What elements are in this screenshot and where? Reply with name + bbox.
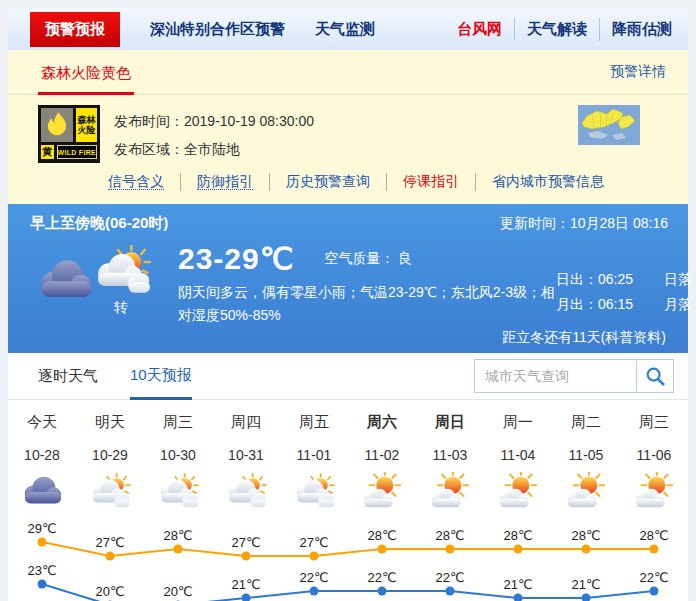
forecast-days-row: 今天 10-28 明天 10-29 周三 10-30 周四 10-31 周五: [8, 400, 688, 514]
svg-text:21℃: 21℃: [571, 577, 600, 592]
day-weather-icon: [427, 472, 473, 510]
day-column: 周五 11-01: [280, 413, 348, 514]
search-button[interactable]: [636, 359, 674, 393]
svg-text:27℃: 27℃: [95, 535, 124, 550]
panel-body: 转 23-29℃ 空气质量： 良 阴天间多云，偶有零星小雨；气温23-29℃；东…: [30, 241, 668, 327]
warning-body: 森林 火险 黄 WILD FIRE 发布时间：2019-10-19 08:30:…: [8, 95, 688, 163]
warning-info: 发布时间：2019-10-19 08:30:00 发布区域：全市陆地: [114, 105, 314, 163]
svg-text:21℃: 21℃: [503, 577, 532, 592]
nav-link-typhoon[interactable]: 台风网: [445, 18, 514, 41]
air-quality: 空气质量： 良: [324, 250, 412, 268]
svg-text:28℃: 28℃: [435, 528, 464, 543]
day-column: 周二 11-05: [552, 413, 620, 514]
day-weather-icon: [19, 472, 65, 510]
publish-area-value: 全市陆地: [184, 141, 240, 157]
svg-text:28℃: 28℃: [163, 528, 192, 543]
weather-page: 预警预报 深汕特别合作区预警 天气监测 台风网 天气解读 降雨估测 森林火险黄色…: [8, 8, 688, 601]
publish-area-row: 发布区域：全市陆地: [114, 135, 314, 163]
warning-links-row: 信号含义 防御指引 历史预警查询 停课指引 省内城市预警信息: [8, 163, 688, 204]
day-weather-icon: [495, 472, 541, 510]
day-column: 明天 10-29: [76, 413, 144, 514]
svg-text:28℃: 28℃: [503, 528, 532, 543]
nav-link-weather-explain[interactable]: 天气解读: [514, 18, 599, 41]
svg-text:20℃: 20℃: [95, 584, 124, 599]
temperature-range: 23-29℃: [178, 241, 294, 276]
moonset: 月落：18:10: [664, 296, 696, 314]
top-nav: 预警预报 深汕特别合作区预警 天气监测 台风网 天气解读 降雨估测: [8, 8, 688, 50]
flame-icon: [41, 108, 73, 142]
forecast-period-label: 早上至傍晚(06-20时): [30, 214, 168, 233]
link-province-warnings[interactable]: 省内城市预警信息: [475, 173, 620, 191]
svg-text:27℃: 27℃: [299, 535, 328, 550]
nav-tab-warning-forecast[interactable]: 预警预报: [30, 12, 120, 47]
link-defense-guide[interactable]: 防御指引: [180, 173, 269, 191]
svg-text:27℃: 27℃: [231, 535, 260, 550]
svg-text:22℃: 22℃: [639, 570, 668, 585]
svg-text:22℃: 22℃: [299, 570, 328, 585]
day-column: 周六 11-02: [348, 413, 416, 514]
wildfire-warning-icon: 森林 火险 黄 WILD FIRE: [38, 105, 100, 163]
sunrise: 日出：06:25: [556, 271, 646, 289]
search-input[interactable]: [474, 359, 636, 393]
day-weather-icon: [563, 472, 609, 510]
panel-header: 早上至傍晚(06-20时) 更新时间：10月28日 08:16: [30, 214, 668, 233]
link-history-query[interactable]: 历史预警查询: [269, 173, 386, 191]
nav-tab-weather-monitor[interactable]: 天气监测: [315, 20, 375, 39]
update-time: 更新时间：10月28日 08:16: [500, 215, 668, 233]
city-weather-search: [474, 359, 674, 393]
forecast-tabbar: 逐时天气 10天预报: [8, 353, 688, 400]
warning-tab-row: 森林火险黄色 预警详情: [8, 50, 688, 95]
day-weather-icon: [223, 472, 269, 510]
svg-text:28℃: 28℃: [571, 528, 600, 543]
warning-area-map[interactable]: [578, 105, 640, 163]
link-class-suspension[interactable]: 停课指引: [386, 173, 475, 191]
warning-en-label: WILD FIRE: [57, 145, 97, 159]
nav-tab-shenshan-warning[interactable]: 深汕特别合作区预警: [150, 20, 285, 39]
current-weather-panel: 早上至傍晚(06-20时) 更新时间：10月28日 08:16 转 23-29℃…: [8, 204, 688, 353]
temperature-chart: 29℃27℃28℃27℃27℃28℃28℃28℃28℃28℃23℃20℃20℃2…: [8, 514, 688, 601]
day-column: 周三 10-30: [144, 413, 212, 514]
svg-text:22℃: 22℃: [367, 570, 396, 585]
svg-text:28℃: 28℃: [367, 528, 396, 543]
current-weather-icons: 转: [30, 241, 178, 327]
warning-name-label: 森林 火险: [76, 108, 97, 142]
day-weather-icon: [155, 472, 201, 510]
panel-mid: 23-29℃ 空气质量： 良 阴天间多云，偶有零星小雨；气温23-29℃；东北风…: [178, 241, 556, 327]
moonrise: 月出：06:15: [556, 296, 646, 314]
link-signal-meaning[interactable]: 信号含义: [108, 173, 180, 191]
publish-time-value: 2019-10-19 08:30:00: [184, 113, 314, 129]
day-weather-icon: [359, 472, 405, 510]
forecast-section: 逐时天气 10天预报 今天 10-28 明天 10-29: [8, 353, 688, 601]
day-column: 周三 11-06: [620, 413, 688, 514]
nav-link-rain-estimate[interactable]: 降雨估测: [599, 18, 684, 41]
svg-text:29℃: 29℃: [27, 521, 56, 536]
tab-hourly-weather[interactable]: 逐时天气: [38, 353, 98, 399]
transition-label: 转: [114, 299, 128, 317]
day-weather-icon: [87, 472, 133, 510]
svg-text:20℃: 20℃: [163, 584, 192, 599]
day-column: 周四 10-31: [212, 413, 280, 514]
day-weather-icon: [291, 472, 337, 510]
weather-description: 阴天间多云，偶有零星小雨；气温23-29℃；东北风2-3级；相对湿度50%-85…: [178, 281, 556, 327]
publish-time-row: 发布时间：2019-10-19 08:30:00: [114, 107, 314, 135]
warning-level-label: 黄: [41, 145, 54, 159]
day-column: 周一 11-04: [484, 413, 552, 514]
tab-ten-day-forecast[interactable]: 10天预报: [130, 353, 192, 400]
solar-term-note[interactable]: 距立冬还有11天(科普资料): [30, 327, 668, 351]
magnifier-icon: [644, 365, 666, 387]
svg-text:22℃: 22℃: [435, 570, 464, 585]
svg-text:23℃: 23℃: [27, 563, 56, 578]
sunset: 日落：17:49: [664, 271, 696, 289]
day-weather-icon: [631, 472, 677, 510]
cloud-sun-icon: [90, 243, 154, 297]
sun-moon-block: 日出：06:25 日落：17:49 月出：06:15 月落：18:10: [556, 241, 696, 327]
svg-text:21℃: 21℃: [231, 577, 260, 592]
day-column: 周日 11-03: [416, 413, 484, 514]
warning-section: 森林火险黄色 预警详情 森林 火险 黄 W: [8, 50, 688, 204]
nav-links: 台风网 天气解读 降雨估测: [445, 18, 684, 41]
day-column: 今天 10-28: [8, 413, 76, 514]
svg-text:28℃: 28℃: [639, 528, 668, 543]
warning-details-link[interactable]: 预警详情: [610, 63, 666, 94]
warning-type-tab[interactable]: 森林火险黄色: [38, 52, 134, 95]
